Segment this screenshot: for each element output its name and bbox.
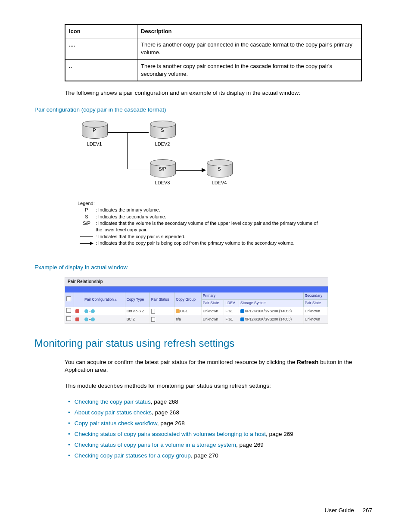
volume-ldev2: S LDEV2 — [150, 124, 175, 142]
table-header-icon: Icon — [65, 25, 137, 38]
legend-text: : Indicates that the volume is the secon… — [96, 220, 319, 233]
cascade-diagram: P LDEV1 S LDEV2 S/P LDEV3 — [78, 119, 319, 247]
pair-config-cell: – — [83, 315, 125, 324]
table-header-description: Description — [137, 25, 362, 38]
icon-cell: .... — [65, 38, 137, 59]
copy-type-cell: BC Z — [125, 315, 149, 324]
figure-caption-1: Pair configuration (copy pair in the cas… — [34, 106, 372, 114]
status-icon — [75, 309, 79, 313]
col-pair-configuration[interactable]: Pair Configuration ▵ — [83, 292, 125, 307]
volume-icon — [84, 309, 88, 313]
list-item: About copy pair status checks, page 268 — [68, 409, 372, 417]
copy-type-cell: Cnt Ac-S Z — [125, 307, 149, 315]
sec-state-cell: Unknown — [303, 315, 328, 324]
table-row: .. There is another copy pair connected … — [65, 59, 361, 81]
pair-status-cell — [149, 307, 174, 315]
doc-icon — [151, 317, 155, 322]
legend-text: : Indicates that the copy pair is suspen… — [96, 233, 319, 240]
figure-caption-2: Example of display in actual window — [34, 264, 372, 272]
col-storage-system[interactable]: Storage System — [239, 300, 303, 307]
intro-text: The following shows a pair configuration… — [65, 89, 362, 97]
legend-text: : Indicates that the copy pair is being … — [96, 240, 319, 246]
copy-arrow-icon — [176, 170, 202, 171]
footer-title: User Guide — [324, 507, 354, 513]
pair-state-cell: Unknown — [201, 315, 224, 324]
copy-group-cell[interactable]: CG1 — [174, 307, 202, 315]
row-checkbox[interactable] — [66, 308, 71, 313]
col-copy-type[interactable]: Copy Type — [125, 292, 149, 307]
volume-icon — [91, 317, 95, 321]
row-checkbox[interactable] — [66, 316, 71, 321]
pair-status-cell — [149, 315, 174, 324]
list-item: Checking status of copy pairs for a volu… — [68, 441, 372, 449]
group-icon — [176, 309, 180, 313]
volume-ldev4: S LDEV4 — [207, 162, 232, 180]
list-item: Copy pair status check workflow, page 26… — [68, 420, 372, 428]
doc-link[interactable]: Checking status of copy pairs associated… — [75, 431, 266, 437]
select-all-checkbox[interactable] — [66, 296, 71, 301]
link-list: Checking the copy pair status, page 268 … — [68, 398, 372, 460]
storage-cell[interactable]: XP12K/10K/SVS200 (14053) — [239, 307, 303, 315]
table-row: .... There is another copy pair connecte… — [65, 38, 361, 59]
legend-key-arrow-icon — [78, 240, 96, 246]
page-footer: User Guide 267 — [324, 507, 372, 515]
legend-key-line-icon — [78, 233, 96, 240]
col-group-secondary: Secondary — [303, 292, 328, 299]
icon-description-table: Icon Description .... There is another c… — [65, 24, 362, 81]
section-heading: Monitoring pair status using refresh set… — [34, 336, 372, 351]
storage-icon — [240, 309, 244, 313]
storage-icon — [240, 317, 244, 321]
doc-link[interactable]: Copy pair status check workflow — [75, 420, 157, 426]
suspended-line-icon — [108, 132, 149, 133]
page-number: 267 — [362, 507, 372, 513]
ldev-cell[interactable]: F:61 — [224, 307, 239, 315]
doc-link[interactable]: Checking status of copy pairs for a volu… — [75, 442, 236, 448]
legend-key: S — [78, 214, 96, 220]
volume-icon — [84, 317, 88, 321]
col-group-primary: Primary — [201, 292, 303, 299]
legend-key: S/P — [78, 220, 96, 233]
diagram-legend: Legend: P: Indicates the primary volume.… — [78, 200, 319, 247]
doc-link[interactable]: Checking the copy pair status — [75, 398, 151, 405]
sort-icon: ▵ — [115, 297, 117, 302]
pair-state-cell: Unknown — [201, 307, 224, 315]
col-sec-pair-state[interactable]: Pair State — [303, 300, 328, 307]
doc-link[interactable]: About copy pair status checks — [75, 409, 152, 416]
pair-relationship-panel: Pair Relationship Pair Configuration ▵ C… — [65, 277, 328, 324]
copy-group-cell: n/a — [174, 315, 202, 324]
sec-state-cell: Unknown — [303, 307, 328, 315]
storage-cell[interactable]: XP12K/10K/SVS200 (14053) — [239, 315, 303, 324]
volume-ldev3: S/P LDEV3 — [150, 162, 175, 180]
legend-text: : Indicates the primary volume. — [96, 207, 319, 213]
doc-icon — [151, 309, 155, 314]
pair-config-cell: – — [83, 307, 125, 315]
col-pair-state[interactable]: Pair State — [201, 300, 224, 307]
col-copy-group[interactable]: Copy Group — [174, 292, 202, 307]
legend-text: : Indicates the secondary volume. — [96, 214, 319, 220]
legend-title: Legend: — [78, 200, 319, 207]
panel-title: Pair Relationship — [65, 277, 328, 286]
status-icon — [75, 317, 79, 321]
col-ldev[interactable]: LDEV — [224, 300, 239, 307]
list-item: Checking the copy pair status, page 268 — [68, 398, 372, 406]
table-row[interactable]: – BC Z n/a Unknown F:61 XP12K/10K/SVS200… — [65, 315, 328, 324]
table-header-row: Pair Configuration ▵ Copy Type Pair Stat… — [65, 292, 328, 299]
table-row[interactable]: – Cnt Ac-S Z CG1 Unknown F:61 XP12K/10K/… — [65, 307, 328, 315]
legend-key: P — [78, 207, 96, 213]
doc-link[interactable]: Checking copy pair statuses for a copy g… — [75, 452, 191, 459]
ldev-cell[interactable]: F:61 — [224, 315, 239, 324]
description-cell: There is another copy pair connected in … — [137, 38, 362, 59]
list-item: Checking copy pair statuses for a copy g… — [68, 452, 372, 460]
col-pair-status[interactable]: Pair Status — [149, 292, 174, 307]
arrow-head-icon — [202, 168, 206, 172]
list-item: Checking status of copy pairs associated… — [68, 430, 372, 439]
volume-icon — [91, 309, 95, 313]
description-cell: There is another copy pair connected in … — [137, 59, 362, 81]
panel-toolbar — [65, 286, 328, 292]
section-paragraph-2: This module describes methods for monito… — [65, 382, 362, 390]
section-paragraph-1: You can acquire or confirm the latest pa… — [65, 358, 362, 375]
icon-cell: .. — [65, 59, 137, 81]
volume-ldev1: P LDEV1 — [82, 124, 107, 142]
